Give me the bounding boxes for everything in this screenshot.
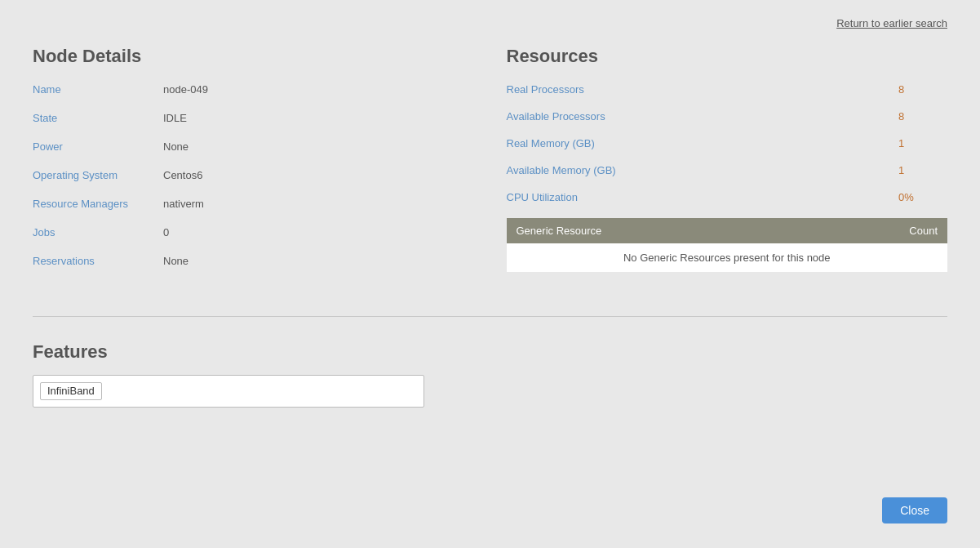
- value-cpu-utilization: 0%: [898, 191, 947, 203]
- detail-row-resource-managers: Resource Managers nativerm: [33, 198, 474, 210]
- left-panel: Node Details Name node-049 State IDLE Po…: [33, 46, 474, 283]
- generic-resource-empty-message: No Generic Resources present for this no…: [507, 243, 948, 272]
- feature-tag-infiniband: InfiniBand: [40, 382, 102, 400]
- feature-tag-container: InfiniBand: [33, 375, 424, 408]
- label-available-memory: Available Memory (GB): [507, 164, 899, 176]
- main-content: Node Details Name node-049 State IDLE Po…: [33, 46, 947, 283]
- label-power: Power: [33, 140, 163, 153]
- label-name: Name: [33, 83, 163, 96]
- label-cpu-utilization: CPU Utilization: [507, 191, 899, 203]
- detail-row-name: Name node-049: [33, 83, 474, 96]
- generic-resource-table: Generic Resource Count No Generic Resour…: [507, 218, 948, 272]
- detail-row-reservations: Reservations None: [33, 255, 474, 267]
- value-real-processors: 8: [898, 83, 947, 96]
- value-real-memory: 1: [898, 137, 947, 149]
- value-name: node-049: [163, 83, 208, 96]
- detail-row-jobs: Jobs 0: [33, 226, 474, 238]
- generic-resource-col-header: Generic Resource: [507, 218, 809, 243]
- label-os: Operating System: [33, 169, 163, 181]
- value-reservations: None: [163, 255, 188, 267]
- detail-row-state: State IDLE: [33, 112, 474, 124]
- value-state: IDLE: [163, 112, 187, 124]
- label-jobs: Jobs: [33, 226, 163, 238]
- resource-row-real-processors: Real Processors 8: [507, 83, 948, 96]
- features-title: Features: [33, 341, 947, 363]
- value-resource-managers: nativerm: [163, 198, 204, 210]
- features-section: Features InfiniBand: [33, 341, 947, 408]
- label-state: State: [33, 112, 163, 124]
- detail-row-power: Power None: [33, 140, 474, 153]
- label-resource-managers: Resource Managers: [33, 198, 163, 210]
- right-panel: Resources Real Processors 8 Available Pr…: [507, 46, 948, 283]
- resource-row-real-memory: Real Memory (GB) 1: [507, 137, 948, 149]
- label-reservations: Reservations: [33, 255, 163, 267]
- node-details-title: Node Details: [33, 46, 474, 67]
- resource-row-cpu-utilization: CPU Utilization 0%: [507, 191, 948, 203]
- generic-resource-empty-row: No Generic Resources present for this no…: [507, 243, 948, 272]
- label-real-processors: Real Processors: [507, 83, 899, 96]
- page-container: Return to earlier search Node Details Na…: [0, 0, 980, 548]
- resources-title: Resources: [507, 46, 948, 67]
- label-real-memory: Real Memory (GB): [507, 137, 899, 149]
- value-available-processors: 8: [898, 110, 947, 123]
- label-available-processors: Available Processors: [507, 110, 899, 123]
- value-power: None: [163, 140, 188, 153]
- count-col-header: Count: [809, 218, 947, 243]
- value-os: Centos6: [163, 169, 202, 181]
- return-to-search-link[interactable]: Return to earlier search: [836, 17, 947, 29]
- resource-row-available-processors: Available Processors 8: [507, 110, 948, 123]
- value-available-memory: 1: [898, 164, 947, 176]
- detail-row-os: Operating System Centos6: [33, 169, 474, 181]
- return-link-container: Return to earlier search: [33, 16, 947, 29]
- close-button[interactable]: Close: [882, 497, 947, 523]
- section-divider: [33, 316, 947, 317]
- value-jobs: 0: [163, 226, 169, 238]
- resource-row-available-memory: Available Memory (GB) 1: [507, 164, 948, 176]
